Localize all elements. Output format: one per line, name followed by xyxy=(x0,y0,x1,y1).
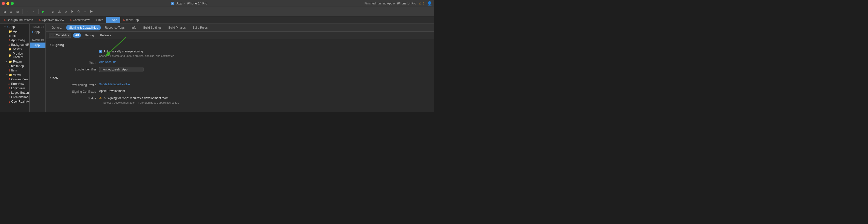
add-capability-button[interactable]: + + Capability xyxy=(49,33,71,38)
window-title: App xyxy=(176,1,182,5)
ios-section-label: iOS xyxy=(52,76,58,80)
tab-realm-app[interactable]: S realmApp xyxy=(120,17,142,23)
project-panel: PROJECT A App TARGETS A App xyxy=(30,24,46,112)
sidebar-item-views[interactable]: ▾ 📁 Views xyxy=(0,73,29,77)
content-area: General Signing & Capabilities Resource … xyxy=(46,24,434,112)
app-icon: A xyxy=(32,44,33,47)
sidebar-item-realm-app[interactable]: S realmApp xyxy=(0,64,29,68)
sidebar-item-error-view[interactable]: S ErrorView xyxy=(0,82,29,86)
swift-icon: S xyxy=(70,19,72,21)
flag-icon[interactable]: ⚑ xyxy=(69,9,75,15)
align-icon[interactable]: ≡ xyxy=(82,9,88,15)
sidebar-label: LoginView xyxy=(11,87,25,90)
sidebar-item-info[interactable]: ⊞ Info xyxy=(0,34,29,38)
traffic-lights xyxy=(2,2,14,5)
project-item-app[interactable]: A App xyxy=(30,29,45,35)
tab-background-refresh[interactable]: S BackgroundRefresh xyxy=(1,17,36,23)
maximize-button[interactable] xyxy=(11,2,14,5)
sidebar-label: Preview Content xyxy=(13,52,27,59)
filter-all[interactable]: All xyxy=(73,33,81,37)
search-icon[interactable]: ⊕ xyxy=(50,9,56,15)
grid-icon[interactable]: ⊡ xyxy=(15,9,20,15)
minimize-button[interactable] xyxy=(6,2,9,5)
indent-icon[interactable]: ⊢ xyxy=(89,9,94,15)
sidebar-toggle-icon[interactable]: ⊟ xyxy=(2,9,7,15)
warning-icon: ⚠ xyxy=(419,2,422,5)
team-value[interactable]: Add Account... xyxy=(99,60,430,64)
chevron-right-icon: ▸ xyxy=(6,60,8,63)
signing-cert-row: Signing Certificate Apple Development xyxy=(50,89,430,93)
tab-build-rules[interactable]: Build Rules xyxy=(190,25,211,30)
swift-icon: S xyxy=(8,87,10,90)
bundle-id-row: Bundle Identifier xyxy=(50,67,430,72)
nav-back-icon[interactable]: ‹ xyxy=(25,9,30,15)
tab-build-phases[interactable]: Build Phases xyxy=(165,25,189,30)
auto-manage-label xyxy=(50,50,99,51)
content-tabs: General Signing & Capabilities Resource … xyxy=(46,24,434,32)
tab-label: App xyxy=(112,18,117,22)
sidebar-item-create-item-view[interactable]: S CreateItemView xyxy=(0,95,29,100)
chevron-down-icon: ▾ xyxy=(4,26,6,28)
auto-manage-sub-text: Xcode will create and update profiles, a… xyxy=(99,54,430,58)
filter-release[interactable]: Release xyxy=(98,33,113,37)
title-bar: A App › iPhone 14 Pro Finished running A… xyxy=(0,0,434,7)
sidebar-item-bg-refresh[interactable]: S BackgroundRefresh xyxy=(0,43,29,47)
tab-signing-capabilities[interactable]: Signing & Capabilities xyxy=(66,25,101,30)
sidebar-item-item[interactable]: S Item xyxy=(0,68,29,73)
main-layout: ▾ A App ▾ 📁 App ⊞ Info S AppConfig S Bac… xyxy=(0,24,434,112)
tab-info[interactable]: ≡ Info xyxy=(93,17,106,23)
tab-open-realm-view[interactable]: S OpenRealmView xyxy=(36,17,67,23)
ios-section-header: ▾ iOS xyxy=(50,76,430,80)
layout-icon[interactable]: ⊞ xyxy=(8,9,14,15)
status-warning-text: ⚠ Signing for "App" requires a developme… xyxy=(103,96,179,105)
target-item-app[interactable]: A App xyxy=(30,43,45,48)
warning-badge: ⚠ 5 xyxy=(419,2,424,5)
nav-forward-icon[interactable]: › xyxy=(31,9,36,15)
tab-general[interactable]: General xyxy=(49,25,65,30)
tag-icon[interactable]: ⬡ xyxy=(76,9,81,15)
close-button[interactable] xyxy=(2,2,5,5)
sidebar-item-content-view[interactable]: S ContentView xyxy=(0,77,29,82)
tab-app[interactable]: A App xyxy=(106,17,120,23)
run-icon[interactable]: ▶ xyxy=(40,9,46,15)
auto-manage-checkbox[interactable]: ✓ xyxy=(99,50,102,53)
sidebar-item-logout-button[interactable]: S LogoutButton xyxy=(0,90,29,95)
swift-icon: S xyxy=(4,19,6,21)
status-warning: ⚠ ⚠ Signing for "App" requires a develop… xyxy=(99,96,430,105)
team-row: Team Add Account... xyxy=(50,60,430,64)
sidebar-label: realmApp xyxy=(11,64,24,68)
sidebar-item-open-realm-view[interactable]: S OpenRealmView xyxy=(0,100,29,104)
tab-content-view[interactable]: S ContentView xyxy=(67,17,93,23)
sidebar-item-preview-content[interactable]: 📁 Preview Content xyxy=(0,51,29,59)
tab-build-settings[interactable]: Build Settings xyxy=(140,25,164,30)
provisioning-value[interactable]: Xcode Managed Profile xyxy=(99,83,430,86)
sidebar-item-app-config[interactable]: S AppConfig xyxy=(0,38,29,43)
filter-debug[interactable]: Debug xyxy=(83,33,96,37)
bundle-id-input[interactable] xyxy=(99,67,144,72)
bookmark-icon[interactable]: ◇ xyxy=(63,9,68,15)
signing-section-header: ▾ Signing xyxy=(50,43,430,47)
sidebar-label: Item xyxy=(11,69,17,72)
chevron-down-icon[interactable]: ▾ xyxy=(50,76,51,79)
sidebar-item-assets[interactable]: 📁 Assets xyxy=(0,47,29,51)
bundle-id-label: Bundle Identifier xyxy=(50,67,99,71)
sidebar-label: Assets xyxy=(13,48,22,51)
sidebar-label: App xyxy=(13,30,18,33)
breadcrumb-separator: › xyxy=(184,2,185,5)
team-label: Team xyxy=(50,60,99,64)
grid-icon: ⊞ xyxy=(8,34,11,37)
signing-cert-label: Signing Certificate xyxy=(50,89,99,93)
tab-info[interactable]: Info xyxy=(128,25,139,30)
sidebar-item-realm[interactable]: ▸ 📁 Realm xyxy=(0,59,29,64)
sidebar-label: BackgroundRefresh xyxy=(11,43,30,47)
sidebar-item-root-app[interactable]: ▾ A App xyxy=(0,25,29,29)
sidebar-item-login-view[interactable]: S LoginView xyxy=(0,86,29,90)
warning-filter-icon[interactable]: ⚠ xyxy=(57,9,62,15)
sidebar-item-app-group[interactable]: ▾ 📁 App xyxy=(0,29,29,34)
chevron-down-icon[interactable]: ▾ xyxy=(50,44,51,46)
bundle-id-value xyxy=(99,67,430,72)
tab-resource-tags[interactable]: Resource Tags xyxy=(102,25,127,30)
folder-icon: 📁 xyxy=(9,30,12,33)
file-tabs-bar: S BackgroundRefresh S OpenRealmView S Co… xyxy=(0,16,434,24)
provisioning-row: Provisioning Profile Xcode Managed Profi… xyxy=(50,83,430,87)
